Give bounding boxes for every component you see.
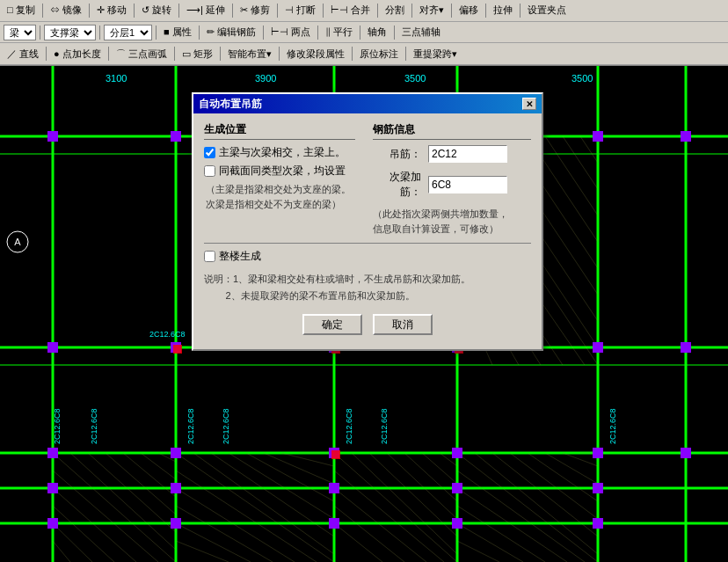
toolbar-row-1: □ 复制 ⇔ 镜像 ✛ 移动 ↺ 旋转 ⟶| 延伸 ✂ 修剪 ⊣ 打断 ⊢⊣ 合… [0, 0, 728, 22]
split-btn[interactable]: 分割 [382, 3, 408, 18]
svg-text:3100: 3100 [106, 73, 127, 84]
offset-btn[interactable]: 偏移 [455, 3, 482, 18]
sep8 [377, 4, 378, 18]
sep7 [323, 4, 324, 18]
dialog-close-button[interactable]: ✕ [522, 98, 536, 110]
info-note: 说明：1、梁和梁相交处有柱或墙时，不生成吊筋和次梁加筋。 2、未提取梁跨的梁不布… [204, 271, 531, 303]
re-extract-btn[interactable]: 重提梁跨▾ [410, 47, 461, 62]
secondary-rebar-input[interactable] [428, 176, 507, 193]
svg-rect-88 [47, 342, 58, 353]
sep21 [46, 47, 47, 61]
svg-rect-99 [681, 448, 691, 458]
svg-text:3900: 3900 [255, 73, 276, 84]
sep13 [40, 26, 40, 40]
layer-select[interactable]: 分层1 [104, 25, 152, 40]
sep14 [99, 26, 100, 40]
auto-layout-btn[interactable]: 智能布置▾ [224, 47, 275, 62]
toolbar-row-2: 梁 支撑梁 分层1 ■ 属性 ✏ 编辑钢筋 ⊢⊣ 两点 ∥ 平行 轴角 三点辅轴 [0, 22, 728, 44]
move-btn[interactable]: ✛ 移动 [93, 3, 130, 18]
whole-floor-checkbox[interactable] [204, 251, 215, 262]
original-label-btn[interactable]: 原位标注 [356, 47, 402, 62]
svg-rect-92 [593, 342, 603, 353]
copy-btn[interactable]: □ 复制 [4, 3, 39, 18]
dialog-titlebar: 自动布置吊筋 ✕ [193, 94, 542, 113]
svg-text:3500: 3500 [404, 73, 426, 84]
svg-rect-82 [47, 131, 58, 142]
parallel-btn[interactable]: ∥ 平行 [322, 25, 356, 40]
svg-rect-103 [452, 483, 462, 493]
primary-secondary-label: 主梁与次梁相交，主梁上。 [219, 145, 346, 160]
hanging-rebar-row: 吊筋： [373, 145, 531, 163]
align-btn[interactable]: 对齐▾ [416, 3, 448, 18]
generation-section-label: 生成位置 [204, 122, 355, 140]
same-type-checkbox[interactable] [204, 165, 215, 177]
sep3 [134, 4, 135, 18]
dialog-buttons: 确定 取消 [204, 314, 531, 340]
grip-btn[interactable]: 设置夹点 [524, 3, 570, 18]
secondary-rebar-note: （此处指次梁两侧共增加数量，信息取自计算设置，可修改） [373, 207, 531, 236]
sep19 [360, 26, 360, 40]
whole-floor-label: 整楼生成 [219, 249, 261, 264]
confirm-button[interactable]: 确定 [302, 314, 362, 335]
rect-btn[interactable]: ▭ 矩形 [178, 47, 216, 62]
svg-rect-109 [593, 518, 603, 529]
svg-rect-102 [329, 483, 339, 493]
toolbar: □ 复制 ⇔ 镜像 ✛ 移动 ↺ 旋转 ⟶| 延伸 ✂ 修剪 ⊣ 打断 ⊢⊣ 合… [0, 0, 728, 66]
secondary-rebar-label: 次梁加筋： [373, 170, 421, 200]
break-btn[interactable]: ⊣ 打断 [281, 3, 319, 18]
svg-rect-83 [171, 131, 181, 142]
sep6 [277, 4, 278, 18]
svg-rect-98 [593, 448, 603, 458]
dialog-sections-row: 生成位置 主梁与次梁相交，主梁上。 同截面同类型次梁，均设置 （主梁是指梁相交处… [204, 122, 531, 236]
element-type-select[interactable]: 梁 [4, 25, 36, 40]
whole-floor-row: 整楼生成 [204, 249, 531, 264]
sep5 [232, 4, 233, 18]
axis-angle-btn[interactable]: 轴角 [364, 25, 390, 40]
sep22 [108, 47, 109, 61]
svg-text:2C12.6C8: 2C12.6C8 [149, 330, 186, 339]
edit-rebar-btn[interactable]: ✏ 编辑钢筋 [203, 25, 259, 40]
svg-text:A: A [14, 237, 21, 247]
rebar-info-label: 钢筋信息 [373, 122, 531, 140]
beam-explanation-note: （主梁是指梁相交处为支座的梁。次梁是指相交处不为支座的梁） [204, 182, 355, 211]
arc-btn[interactable]: ⌒ 三点画弧 [113, 47, 171, 62]
rotate-btn[interactable]: ↺ 旋转 [138, 3, 175, 18]
secondary-rebar-row: 次梁加筋： [373, 170, 531, 200]
sep10 [451, 4, 452, 18]
svg-text:2C12.6C8: 2C12.6C8 [222, 408, 230, 444]
sep16 [199, 26, 200, 40]
svg-rect-93 [681, 342, 691, 353]
svg-rect-113 [331, 450, 340, 459]
sep9 [411, 4, 412, 18]
rebar-info-section: 钢筋信息 吊筋： 次梁加筋： （此处指次梁两侧共增加数量，信息取自计算设置，可修… [373, 122, 531, 236]
primary-secondary-row: 主梁与次梁相交，主梁上。 [204, 145, 355, 160]
merge-btn[interactable]: ⊢⊣ 合并 [327, 3, 374, 18]
primary-secondary-checkbox[interactable] [204, 147, 215, 158]
hanging-rebar-input[interactable] [428, 145, 507, 163]
sep15 [156, 26, 157, 40]
stretch-btn[interactable]: 拉伸 [490, 3, 516, 18]
svg-rect-94 [47, 448, 58, 458]
sep20 [394, 26, 395, 40]
extend-btn[interactable]: ⟶| 延伸 [183, 3, 229, 18]
sep23 [174, 47, 175, 61]
same-type-label: 同截面同类型次梁，均设置 [219, 164, 346, 179]
svg-rect-95 [171, 448, 181, 458]
generation-section: 生成位置 主梁与次梁相交，主梁上。 同截面同类型次梁，均设置 （主梁是指梁相交处… [204, 122, 355, 236]
svg-rect-110 [173, 345, 182, 354]
mirror-btn[interactable]: ⇔ 镜像 [47, 3, 85, 18]
line-btn[interactable]: ／ 直线 [4, 47, 42, 62]
beam-type-select[interactable]: 支撑梁 [44, 25, 96, 40]
trim-btn[interactable]: ✂ 修剪 [237, 3, 273, 18]
property-btn[interactable]: ■ 属性 [160, 25, 195, 40]
three-point-axis-btn[interactable]: 三点辅轴 [398, 25, 444, 40]
svg-rect-108 [452, 518, 462, 529]
modify-segment-btn[interactable]: 修改梁段属性 [283, 47, 348, 62]
svg-rect-101 [171, 483, 181, 493]
point-length-btn[interactable]: ● 点加长度 [50, 47, 105, 62]
svg-text:2C12.6C8: 2C12.6C8 [608, 408, 617, 444]
svg-text:2C12.6C8: 2C12.6C8 [186, 408, 195, 444]
two-point-btn[interactable]: ⊢⊣ 两点 [267, 25, 314, 40]
dialog-title: 自动布置吊筋 [199, 97, 262, 112]
cancel-button[interactable]: 取消 [373, 314, 433, 335]
